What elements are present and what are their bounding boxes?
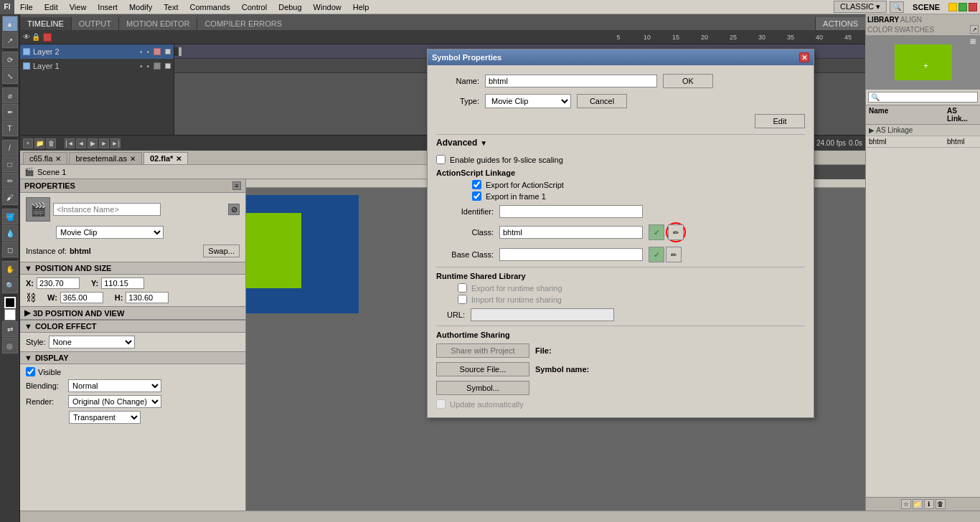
cancel-btn[interactable]: Cancel: [577, 94, 627, 108]
advanced-toggle[interactable]: Advanced ▼: [436, 134, 805, 151]
menu-edit[interactable]: Edit: [39, 0, 64, 14]
class-edit-btn[interactable]: ✏: [668, 224, 684, 240]
instance-reset-btn[interactable]: ⊘: [228, 204, 240, 215]
tool-eyedropper[interactable]: 💧: [2, 225, 18, 241]
base-class-edit-btn[interactable]: ✏: [666, 247, 682, 262]
update-auto-checkbox[interactable]: [436, 399, 446, 409]
menu-window[interactable]: Window: [308, 0, 347, 14]
minimize-btn[interactable]: [948, 3, 957, 11]
color-section-header[interactable]: ▼ COLOR EFFECT: [20, 320, 245, 333]
w-input[interactable]: [60, 292, 103, 303]
maximize-btn[interactable]: [958, 3, 967, 11]
file-tab-bresetemail[interactable]: bresetemail.as ✕: [69, 152, 142, 164]
transparent-select[interactable]: Transparent: [69, 411, 141, 424]
lib-delete-btn[interactable]: 🗑: [936, 499, 946, 509]
layer-row-1[interactable]: Layer 1 • •: [20, 59, 174, 73]
menu-commands[interactable]: Commands: [184, 0, 235, 14]
y-input[interactable]: [101, 277, 144, 289]
dialog-close-btn[interactable]: ✕: [799, 52, 809, 62]
menu-help[interactable]: Help: [347, 0, 375, 14]
layer-row-2[interactable]: Layer 2 • •: [20, 44, 174, 59]
tool-subselect[interactable]: ↗: [2, 32, 18, 48]
lock-icon[interactable]: 🔒: [32, 33, 40, 41]
lib-tab-color[interactable]: COLOR: [867, 26, 893, 34]
ok-btn[interactable]: OK: [663, 74, 713, 88]
import-runtime-checkbox[interactable]: [458, 295, 467, 304]
tool-lasso[interactable]: ⌀: [2, 87, 18, 103]
tool-zoom[interactable]: 🔍: [2, 277, 18, 293]
go-end-btn[interactable]: ►|: [110, 138, 121, 148]
enable-guides-checkbox[interactable]: [436, 155, 446, 164]
lib-preview-expand[interactable]: ⊞: [970, 37, 979, 46]
share-project-btn[interactable]: Share with Project: [436, 343, 529, 358]
add-layer-btn[interactable]: +: [23, 138, 33, 148]
menu-insert[interactable]: Insert: [92, 0, 123, 14]
style-select[interactable]: None: [49, 336, 135, 348]
tool-eraser[interactable]: ◻: [2, 242, 18, 257]
source-file-btn[interactable]: Source File...: [436, 362, 529, 376]
instance-name-input[interactable]: [53, 203, 161, 216]
properties-collapse-btn[interactable]: ≡: [232, 181, 241, 190]
file-tab-c65-close[interactable]: ✕: [55, 155, 61, 163]
blending-select[interactable]: Normal: [68, 379, 161, 392]
tool-3d-rotate[interactable]: ⟳: [2, 52, 18, 67]
menu-modify[interactable]: Modify: [123, 0, 158, 14]
tool-swap-colors[interactable]: ⇄: [2, 321, 18, 337]
tab-actions[interactable]: ACTIONS: [815, 17, 865, 30]
tool-brush[interactable]: 🖌: [2, 189, 18, 205]
tab-output[interactable]: OUTPUT: [72, 17, 119, 30]
3d-section-header[interactable]: ▶ 3D POSITION AND VIEW: [20, 306, 245, 320]
pos-size-section-header[interactable]: ▼ POSITION AND SIZE: [20, 262, 245, 275]
library-item-bhtml[interactable]: bhtml bhtml: [866, 136, 980, 148]
close-btn[interactable]: [969, 3, 977, 11]
export-runtime-checkbox[interactable]: [458, 283, 467, 293]
h-input[interactable]: [126, 292, 169, 303]
symbol-btn[interactable]: Symbol...: [436, 381, 529, 395]
menu-text[interactable]: Text: [158, 0, 184, 14]
tool-paint-bucket[interactable]: 🪣: [2, 209, 18, 224]
menu-control[interactable]: Control: [236, 0, 273, 14]
url-input[interactable]: [471, 308, 614, 321]
tool-text[interactable]: T: [2, 120, 18, 136]
delete-layer-btn[interactable]: 🗑: [46, 138, 56, 148]
tool-line[interactable]: /: [2, 140, 18, 156]
edit-btn[interactable]: Edit: [755, 114, 805, 128]
fill-color[interactable]: [4, 309, 16, 321]
dialog-type-select[interactable]: Movie Clip Button Graphic: [485, 94, 571, 108]
lib-new-symbol-btn[interactable]: ☆: [901, 499, 911, 509]
x-input[interactable]: [37, 277, 80, 289]
file-tab-02fla[interactable]: 02.fla* ✕: [143, 152, 188, 164]
lib-tab-align[interactable]: ALIGN: [900, 16, 922, 24]
base-class-check-btn[interactable]: ✓: [649, 247, 664, 262]
lib-properties-btn[interactable]: ℹ: [924, 499, 934, 509]
tool-select[interactable]: ▲: [2, 16, 18, 32]
eye-icon[interactable]: 👁: [23, 33, 30, 41]
lib-tab-library[interactable]: LIBRARY: [867, 16, 899, 24]
tool-rect[interactable]: □: [2, 156, 18, 172]
menu-view[interactable]: View: [64, 0, 93, 14]
lib-tab-swatches[interactable]: SWATCHES: [895, 26, 935, 34]
render-select[interactable]: Original (No Change): [68, 395, 161, 408]
class-check-btn[interactable]: ✓: [649, 224, 664, 240]
export-frame-checkbox[interactable]: [472, 191, 481, 201]
base-class-input[interactable]: [499, 248, 643, 261]
tool-pencil[interactable]: ✏: [2, 173, 18, 189]
tool-transform[interactable]: ⤡: [2, 68, 18, 84]
visible-checkbox[interactable]: [26, 367, 35, 376]
display-section-header[interactable]: ▼ DISPLAY: [20, 351, 245, 364]
identifier-input[interactable]: [499, 205, 643, 218]
play-btn[interactable]: ▶: [88, 138, 98, 148]
file-tab-02fla-close[interactable]: ✕: [176, 155, 182, 163]
search-btn[interactable]: 🔍: [890, 1, 904, 13]
tab-compiler-errors[interactable]: COMPILER ERRORS: [197, 17, 289, 30]
tool-hand[interactable]: ✋: [2, 261, 18, 277]
tool-reset-colors[interactable]: ◎: [2, 338, 18, 353]
classic-btn[interactable]: CLASSIC ▾: [834, 1, 887, 13]
lib-new-folder-btn[interactable]: 📁: [913, 499, 923, 509]
tab-motion-editor[interactable]: MOTION EDITOR: [119, 17, 197, 30]
export-as-checkbox[interactable]: [472, 180, 481, 189]
name-input[interactable]: [485, 75, 657, 87]
class-input[interactable]: [499, 226, 643, 239]
lib-expand-btn[interactable]: ↗: [970, 25, 979, 34]
swap-btn[interactable]: Swap...: [203, 245, 240, 257]
